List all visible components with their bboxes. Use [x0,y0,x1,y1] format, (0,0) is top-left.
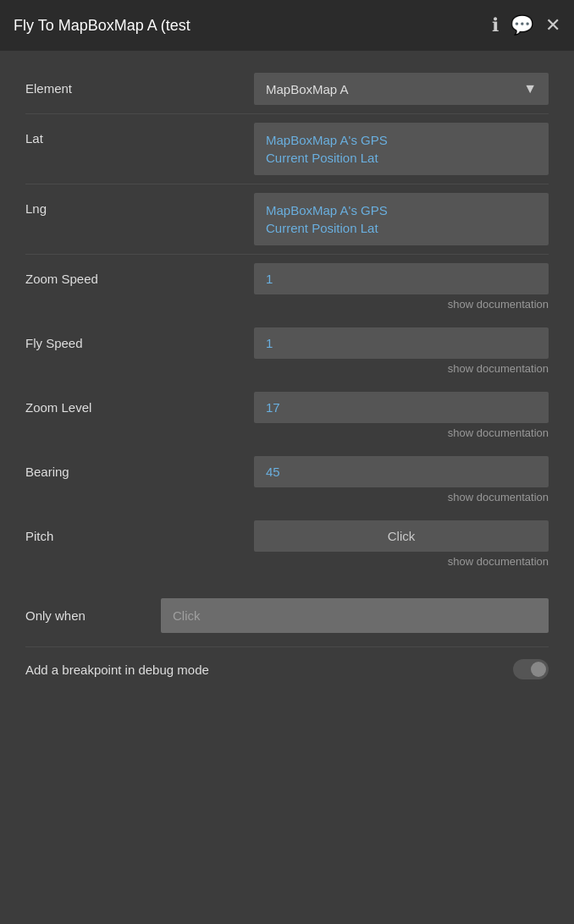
pitch-label: Pitch [25,520,254,543]
bearing-doc-link[interactable]: show documentation [254,487,549,510]
content-area: Element MapBoxMap A ▼ Lat MapBoxMap A's … [0,51,574,708]
bearing-control: show documentation [254,456,549,510]
separator-3 [25,254,549,255]
lng-control: MapBoxMap A's GPS Current Position Lat [254,193,549,245]
lat-control: MapBoxMap A's GPS Current Position Lat [254,123,549,175]
fly-speed-doc-link[interactable]: show documentation [254,359,549,382]
fly-speed-row: Fly Speed show documentation [25,322,549,387]
zoom-level-control: show documentation [254,392,549,446]
only-when-button[interactable]: Click [161,598,549,633]
pitch-row: Pitch Click show documentation [25,515,549,580]
zoom-speed-row: Zoom Speed show documentation [25,258,549,322]
fly-speed-control: show documentation [254,327,549,382]
fly-speed-label: Fly Speed [25,327,254,350]
breakpoint-row: Add a breakpoint in debug mode [25,646,549,691]
comment-icon[interactable]: 💬 [511,14,533,36]
zoom-speed-label: Zoom Speed [25,263,254,286]
header: Fly To MapBoxMap A (test ℹ 💬 ✕ [0,0,574,51]
bearing-input[interactable] [254,456,549,487]
zoom-level-row: Zoom Level show documentation [25,387,549,451]
separator-2 [25,184,549,184]
page-title: Fly To MapBoxMap A (test [14,17,492,35]
zoom-level-input[interactable] [254,392,549,423]
lat-row: Lat MapBoxMap A's GPS Current Position L… [25,118,549,180]
fly-speed-input[interactable] [254,327,549,359]
pitch-click-button[interactable]: Click [254,520,549,552]
breakpoint-toggle[interactable] [513,659,549,679]
zoom-speed-doc-link[interactable]: show documentation [254,294,549,317]
breakpoint-label: Add a breakpoint in debug mode [25,663,513,677]
lat-label: Lat [25,123,254,146]
element-value: MapBoxMap A [266,82,349,96]
pitch-doc-link[interactable]: show documentation [254,552,549,575]
zoom-level-label: Zoom Level [25,392,254,415]
separator-1 [25,113,549,114]
element-label: Element [25,73,254,96]
lng-row: Lng MapBoxMap A's GPS Current Position L… [25,188,549,250]
element-dropdown[interactable]: MapBoxMap A ▼ [254,73,549,105]
zoom-speed-input[interactable] [254,263,549,294]
lng-value[interactable]: MapBoxMap A's GPS Current Position Lat [254,193,549,245]
header-icons: ℹ 💬 ✕ [492,14,560,36]
bearing-label: Bearing [25,456,254,479]
lat-value[interactable]: MapBoxMap A's GPS Current Position Lat [254,123,549,175]
zoom-level-doc-link[interactable]: show documentation [254,423,549,446]
element-row: Element MapBoxMap A ▼ [25,68,549,110]
close-icon[interactable]: ✕ [545,14,560,36]
only-when-row: Only when Click [25,593,549,638]
element-control: MapBoxMap A ▼ [254,73,549,105]
chevron-down-icon: ▼ [523,81,537,96]
bearing-row: Bearing show documentation [25,451,549,515]
pitch-control: Click show documentation [254,520,549,575]
lng-label: Lng [25,193,254,216]
zoom-speed-control: show documentation [254,263,549,317]
only-when-label: Only when [25,608,161,623]
breakpoint-toggle-knob [531,662,546,677]
info-icon[interactable]: ℹ [492,14,499,36]
